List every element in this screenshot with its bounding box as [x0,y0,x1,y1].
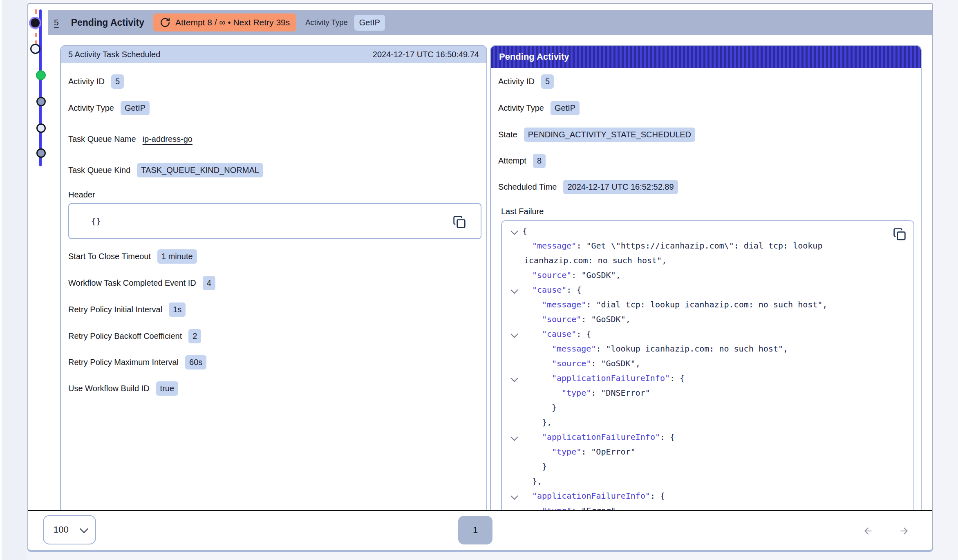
task-queue-link[interactable]: ip-address-go [143,134,192,144]
page-size-select[interactable]: 100 [43,515,96,544]
activity-type-label: Activity Type [305,18,348,27]
code-line: }, [502,474,913,488]
header-section-label: Header [68,186,95,203]
page-left-gutter [2,0,27,560]
code-line: "cause": { [502,282,913,297]
timeline-dot-selected[interactable] [31,18,40,27]
code-line: { [502,224,913,238]
field-value-badge: true [156,381,178,396]
left-card-header: 5 Activity Task Scheduled 2024-12-17 UTC… [61,46,486,63]
last-failure-code-viewer[interactable]: { "message": "Get \"https://icanhazip.co… [501,220,914,510]
field-label: Attempt [498,156,526,166]
field-label: Retry Policy Maximum Interval [68,358,179,367]
field-label: Activity ID [498,77,535,86]
code-line: "message": "lookup icanhazip.com: no suc… [502,341,913,356]
field-label: Activity Type [498,103,544,113]
arrow-left-icon [861,526,875,536]
field-label: Start To Close Timeout [68,252,151,261]
code-line: "message": "Get \"https://icanhazip.com\… [502,238,913,253]
collapse-chevron-icon[interactable] [510,433,518,441]
timeline-dot-event-3[interactable] [36,123,46,133]
event-id-link[interactable]: 5 [54,18,59,27]
collapse-chevron-icon[interactable] [510,286,518,293]
code-line: "type": "DNSError" [502,385,913,400]
field-activity-id: Activity ID 5 [68,73,124,90]
field-label: Retry Policy Initial Interval [68,305,162,314]
code-line: "message": "dial tcp: lookup icanhazip.c… [502,297,913,312]
event-row-pending-activity[interactable]: 5 Pending Activity Attempt 8 / ∞ • Next … [48,10,932,35]
timeline-dot-event-4[interactable] [36,97,46,106]
collapse-chevron-icon[interactable] [510,227,518,235]
field-value-badge: 2024-12-17 UTC 16:52:52.89 [563,180,678,194]
code-line: "type": "OpError" [502,444,913,459]
event-title: Pending Activity [71,17,144,28]
retry-badge: Attempt 8 / ∞ • Next Retry 39s [153,13,296,31]
field-label: Use Workflow Build ID [68,384,150,393]
page-size-value: 100 [54,524,69,535]
page-number-button[interactable]: 1 [458,516,492,544]
activity-type-badge: GetIP [354,15,385,31]
field-state: State PENDING_ACTIVITY_STATE_SCHEDULED [498,126,695,143]
footer-divider [28,510,932,511]
field-value-badge: 4 [203,276,215,290]
code-line: "source": "GoSDK", [502,268,913,282]
field-label: Task Queue Name [68,134,136,144]
field-value-badge: 5 [111,74,124,89]
code-line: "type": "Error" [502,503,913,510]
timeline-dot-event-2[interactable] [36,148,46,158]
pending-activity-title: Pending Activity [499,52,569,62]
field-activity-type: Activity Type GetIP [68,100,150,116]
header-payload-content: {} [91,216,101,226]
retry-icon [160,17,170,28]
code-line: "source": "GoSDK", [502,312,913,327]
field-retry-maximum-interval: Retry Policy Maximum Interval 60s [68,354,206,370]
copy-header-button[interactable] [453,215,466,228]
field-label: Workflow Task Completed Event ID [68,278,196,288]
collapse-chevron-icon[interactable] [510,492,518,500]
field-task-queue-kind: Task Queue Kind TASK_QUEUE_KIND_NORMAL [68,162,263,178]
timeline-retry-dashed-line [35,9,37,48]
field-label: Scheduled Time [498,182,557,192]
field-use-workflow-build-id: Use Workflow Build ID true [68,380,178,396]
field-retry-backoff-coefficient: Retry Policy Backoff Coefficient 2 [68,328,201,344]
code-line: "cause": { [502,327,913,341]
field-value-badge: GetIP [121,101,150,115]
field-value-badge: 60s [185,355,206,370]
code-line: }, [502,415,913,430]
code-line: } [502,459,913,474]
timeline-dot-completed[interactable] [36,70,46,80]
timeline-dot-pending[interactable] [30,44,40,54]
last-failure-label: Last Failure [501,203,544,220]
collapse-chevron-icon[interactable] [510,330,518,338]
event-history-panel: 5 Pending Activity Attempt 8 / ∞ • Next … [27,3,933,552]
previous-page-button[interactable] [861,526,875,536]
retry-badge-label: Attempt 8 / ∞ • Next Retry 39s [175,18,290,27]
field-label: Activity ID [68,77,105,86]
code-line: } [502,400,913,415]
header-payload-box: {} [68,203,481,239]
pending-activity-card: Pending Activity Activity ID 5 Activity … [490,45,922,510]
chevron-down-icon [80,524,88,533]
field-label: Activity Type [68,103,114,113]
code-line: icanhazip.com: no such host", [502,253,913,268]
field-start-to-close-timeout: Start To Close Timeout 1 minute [68,248,197,264]
field-label: Task Queue Kind [68,166,130,175]
field-label: State [498,130,517,139]
activity-task-scheduled-card: 5 Activity Task Scheduled 2024-12-17 UTC… [60,45,487,510]
field-label: Retry Policy Backoff Coefficient [68,332,182,341]
code-line: "applicationFailureInfo": { [502,371,913,385]
field-value-badge: 1 minute [157,249,197,264]
collapse-chevron-icon[interactable] [510,374,518,382]
code-line: "source": "GoSDK", [502,356,913,371]
left-card-timestamp: 2024-12-17 UTC 16:50:49.74 [373,50,479,59]
left-card-title: 5 Activity Task Scheduled [68,50,160,59]
code-line: "applicationFailureInfo": { [502,488,913,503]
field-attempt: Attempt 8 [498,152,546,169]
code-line: "applicationFailureInfo": { [502,430,913,444]
field-task-queue-name: Task Queue Name ip-address-go [68,131,192,147]
next-page-button[interactable] [897,526,911,536]
field-value-badge: 5 [541,74,554,89]
timeline-line [39,9,42,166]
field-value-badge: 2 [188,329,201,343]
field-retry-initial-interval: Retry Policy Initial Interval 1s [68,301,186,318]
